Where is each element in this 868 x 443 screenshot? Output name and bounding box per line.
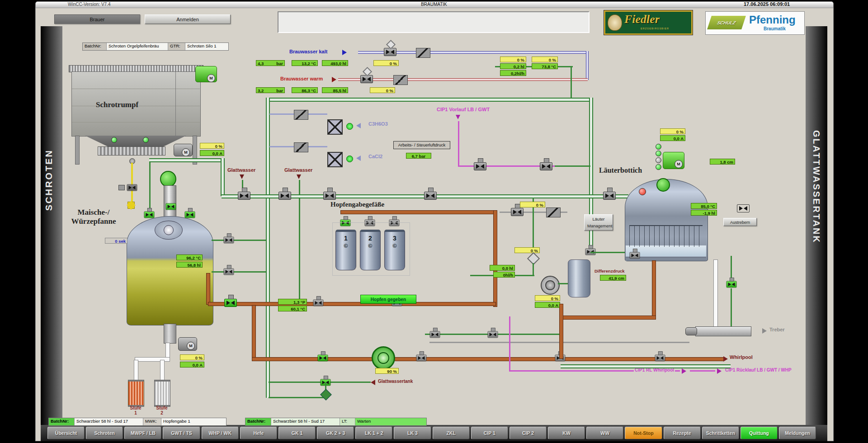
- anmelden-button[interactable]: Anmelden: [145, 14, 231, 24]
- whirlpool-label: Whirlpool: [730, 354, 753, 360]
- main-line-valve-4[interactable]: [424, 192, 437, 200]
- nav-gwt-ts[interactable]: GWT / TS: [163, 427, 200, 439]
- agitator-pct[interactable]: 0 %: [180, 354, 204, 360]
- nav-lk3[interactable]: LK 3: [394, 427, 431, 439]
- nav-hefe[interactable]: Hefe: [240, 427, 277, 439]
- treber-motor[interactable]: [685, 327, 697, 335]
- nav-lk12[interactable]: LK 1 + 2: [355, 427, 392, 439]
- stufe1-label: Stufe1: [124, 405, 147, 415]
- nav-kw[interactable]: KW: [548, 427, 585, 439]
- kettle-left-valve[interactable]: [144, 212, 155, 218]
- cip-vorlauf-green-pipe: [555, 165, 590, 167]
- wort-pump[interactable]: [372, 346, 395, 370]
- lauter-motor-pct[interactable]: 0 %: [660, 128, 685, 134]
- lauter-line-pct[interactable]: 0 %: [520, 202, 545, 207]
- whirlpool-valve-4[interactable]: [655, 355, 665, 362]
- lauter-pump-pct[interactable]: 0 %: [535, 295, 560, 301]
- lauter-led-3: [656, 157, 661, 163]
- mid-line-valve-1[interactable]: [430, 331, 440, 338]
- schulz-wordmark: SCHULZ: [717, 20, 736, 25]
- austrebern-valve[interactable]: [737, 204, 750, 212]
- kalt-control-valve[interactable]: [384, 48, 396, 56]
- outlet-pct1-box[interactable]: 0 %: [500, 57, 526, 62]
- cip-rl-arrow-1: [682, 368, 686, 374]
- outlet-pct2-box[interactable]: 0 %: [532, 57, 558, 62]
- nav-rezepte[interactable]: Rezepte: [664, 427, 701, 439]
- chem1-pump[interactable]: [327, 119, 343, 135]
- agitator-amp: 0,0 A: [180, 362, 204, 368]
- main-line-valve-1[interactable]: [238, 192, 250, 200]
- lauter-green-valve[interactable]: [726, 281, 737, 288]
- cip-rl-stub: [690, 370, 715, 372]
- hopfen-vessel-3[interactable]: 3 ©: [384, 230, 405, 270]
- kettle-right-valve[interactable]: [185, 212, 195, 218]
- bar1-batch-value: Schwarzbier 58 hl - Sud 17: [74, 418, 143, 425]
- main-line-valve-2[interactable]: [278, 192, 291, 200]
- nav-schroten[interactable]: Schroten: [86, 427, 123, 439]
- warm-valve-setpoint[interactable]: 0 %: [370, 87, 395, 93]
- nav-zkl[interactable]: ZKL: [433, 427, 470, 439]
- whirlpool-arrow-icon: [723, 356, 728, 362]
- nav-quittung[interactable]: Quittung: [741, 427, 778, 439]
- bar1-step-value: Hopfengabe 1: [161, 418, 226, 425]
- hopfen-right-valve[interactable]: [511, 208, 524, 216]
- kalt-valve-setpoint[interactable]: 0 %: [373, 60, 399, 66]
- lauter-wort-riser: [559, 304, 563, 359]
- nav-cip2[interactable]: CIP 2: [509, 427, 547, 439]
- wort-valve-mid[interactable]: [313, 300, 324, 306]
- chimney-valve[interactable]: [166, 203, 176, 210]
- nav-gk1[interactable]: GK 1: [278, 427, 316, 439]
- nav-whp-wk[interactable]: WHP / WK: [202, 427, 239, 439]
- malt-slide-valve[interactable]: [127, 184, 137, 191]
- maische-vol-box: 56,8 hl: [176, 262, 203, 268]
- wort-pump-pct[interactable]: 90 %: [375, 368, 399, 374]
- hopfen-vessel-1[interactable]: 1 ©: [335, 230, 356, 270]
- kalt-volume-box: 493,0 hl: [322, 60, 348, 66]
- lauter-green-run: [561, 364, 731, 368]
- chem2-pump[interactable]: [327, 152, 343, 167]
- brauwasser-kalt-label: Brauwasser kalt: [289, 49, 327, 54]
- stufe2-vessel[interactable]: [154, 380, 170, 407]
- lauter-pos-box: 1,8 cm: [710, 159, 735, 165]
- schrot-motor-pct[interactable]: 0 %: [200, 143, 224, 149]
- whirlpool-valve-1[interactable]: [318, 355, 328, 362]
- nav-meldungen[interactable]: Meldungen: [779, 427, 816, 439]
- lauter-valve-pct[interactable]: 0 %: [514, 247, 540, 253]
- nav-cip1[interactable]: CIP 1: [471, 427, 508, 439]
- nav-not-stop[interactable]: Not-Stop: [625, 427, 662, 439]
- nav-schrittketten[interactable]: Schrittketten: [702, 427, 739, 439]
- hopfen-vessel-2[interactable]: 2 ©: [360, 230, 381, 270]
- lauter-led-1: [656, 144, 661, 150]
- app-title: BRAUMATIK: [353, 2, 515, 7]
- glattwassertank-line: [269, 382, 371, 383]
- nav-ww[interactable]: WW: [586, 427, 623, 439]
- chem1-arrow-icon: [356, 123, 361, 128]
- schrot-feeder-motor-m: M: [182, 148, 190, 156]
- whirlpool-valve-2[interactable]: [416, 355, 427, 362]
- bar1-step-label: MWK:: [143, 418, 161, 425]
- main-line-valve-3[interactable]: [323, 192, 336, 200]
- lauter-bottom-valve[interactable]: [630, 252, 640, 259]
- cip-valve-2[interactable]: [540, 162, 552, 170]
- cip-valve-1[interactable]: [474, 162, 486, 170]
- mid-line-valve-2[interactable]: [488, 331, 498, 338]
- nav-mwpf-lb[interactable]: MWPF / LB: [124, 427, 161, 439]
- stufe1-vessel[interactable]: [128, 380, 144, 407]
- warm-control-valve[interactable]: [360, 75, 373, 83]
- nav-uebersicht[interactable]: Übersicht: [47, 427, 85, 439]
- austrebern-button[interactable]: Austrebern: [723, 218, 757, 226]
- brauer-button[interactable]: Brauer: [54, 14, 140, 24]
- glattwasser-arrow-2: [297, 174, 301, 179]
- cip-vorlauf-drop-pipe: [458, 121, 459, 166]
- kettle-outfeed-valve-1[interactable]: [224, 237, 234, 244]
- kettle-outfeed-valve-2[interactable]: [224, 269, 234, 275]
- wort-valve-green[interactable]: [224, 299, 237, 307]
- lauter-management-button[interactable]: LäuterManagement: [584, 214, 613, 231]
- nav-gk23[interactable]: GK 2 + 3: [317, 427, 354, 439]
- maische-title: Maische-/ Würzepfanne: [53, 208, 134, 226]
- main-line-valve-5[interactable]: [603, 192, 616, 200]
- hopfen-gegeben-button[interactable]: Hopfen gegeben: [360, 295, 416, 304]
- hopfen-drop-pipe: [493, 210, 497, 307]
- cip-header-pipe: [266, 98, 593, 102]
- lauter-pump[interactable]: [541, 276, 560, 295]
